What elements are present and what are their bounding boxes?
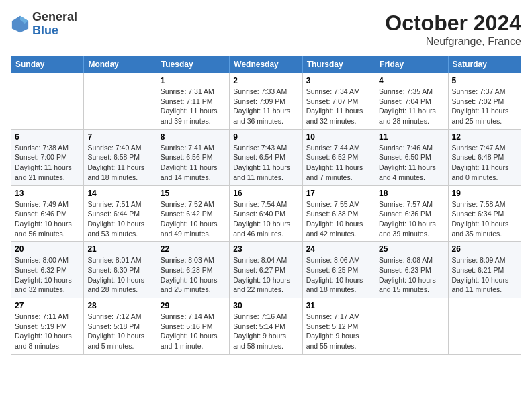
day-detail: Sunrise: 7:55 AM Sunset: 6:38 PM Dayligh… — [306, 199, 371, 239]
calendar-cell: 18Sunrise: 7:57 AM Sunset: 6:36 PM Dayli… — [375, 185, 448, 242]
day-detail: Sunrise: 8:08 AM Sunset: 6:23 PM Dayligh… — [379, 255, 444, 295]
day-number: 24 — [306, 244, 371, 254]
day-detail: Sunrise: 7:38 AM Sunset: 7:00 PM Dayligh… — [15, 143, 80, 183]
day-number: 5 — [452, 76, 517, 85]
day-number: 31 — [306, 301, 371, 310]
calendar-cell: 8Sunrise: 7:41 AM Sunset: 6:56 PM Daylig… — [157, 129, 229, 185]
calendar-cell: 17Sunrise: 7:55 AM Sunset: 6:38 PM Dayli… — [302, 185, 375, 242]
day-number: 10 — [306, 132, 371, 142]
calendar-cell: 21Sunrise: 8:01 AM Sunset: 6:30 PM Dayli… — [84, 242, 157, 298]
day-detail: Sunrise: 7:40 AM Sunset: 6:58 PM Dayligh… — [87, 143, 152, 183]
day-number: 4 — [379, 76, 444, 85]
logo-text: General Blue — [32, 11, 77, 38]
weekday-header: Tuesday — [157, 56, 229, 73]
calendar-cell: 20Sunrise: 8:00 AM Sunset: 6:32 PM Dayli… — [11, 242, 84, 298]
calendar-cell: 23Sunrise: 8:04 AM Sunset: 6:27 PM Dayli… — [230, 242, 302, 298]
day-detail: Sunrise: 7:44 AM Sunset: 6:52 PM Dayligh… — [306, 143, 371, 183]
day-number: 21 — [87, 244, 152, 254]
day-detail: Sunrise: 7:16 AM Sunset: 5:14 PM Dayligh… — [233, 312, 298, 351]
calendar-week-row: 13Sunrise: 7:49 AM Sunset: 6:46 PM Dayli… — [11, 185, 521, 242]
day-number: 30 — [233, 301, 298, 310]
day-number: 25 — [379, 244, 444, 254]
day-number: 16 — [233, 189, 298, 198]
day-number: 20 — [15, 244, 80, 254]
day-detail: Sunrise: 7:57 AM Sunset: 6:36 PM Dayligh… — [379, 199, 444, 239]
day-detail: Sunrise: 7:52 AM Sunset: 6:42 PM Dayligh… — [161, 199, 226, 239]
logo-icon — [11, 15, 30, 34]
day-detail: Sunrise: 8:03 AM Sunset: 6:28 PM Dayligh… — [161, 255, 226, 295]
day-detail: Sunrise: 7:46 AM Sunset: 6:50 PM Dayligh… — [379, 143, 444, 183]
day-number: 9 — [233, 132, 298, 142]
page-header: General Blue October 2024 Neufgrange, Fr… — [11, 11, 521, 48]
day-detail: Sunrise: 8:04 AM Sunset: 6:27 PM Dayligh… — [233, 255, 298, 295]
calendar-header-row: SundayMondayTuesdayWednesdayThursdayFrid… — [11, 56, 521, 73]
logo-blue-text: Blue — [32, 24, 77, 38]
day-number: 27 — [15, 301, 80, 310]
day-detail: Sunrise: 7:43 AM Sunset: 6:54 PM Dayligh… — [233, 143, 298, 183]
location-title: Neufgrange, France — [385, 36, 521, 48]
calendar-cell: 30Sunrise: 7:16 AM Sunset: 5:14 PM Dayli… — [230, 298, 302, 355]
calendar-cell: 29Sunrise: 7:14 AM Sunset: 5:16 PM Dayli… — [157, 298, 229, 355]
calendar-table: SundayMondayTuesdayWednesdayThursdayFrid… — [11, 56, 521, 355]
day-number: 7 — [87, 132, 152, 142]
calendar-cell: 12Sunrise: 7:47 AM Sunset: 6:48 PM Dayli… — [448, 129, 521, 185]
calendar-cell: 15Sunrise: 7:52 AM Sunset: 6:42 PM Dayli… — [157, 185, 229, 242]
day-number: 11 — [379, 132, 444, 142]
day-detail: Sunrise: 7:31 AM Sunset: 7:11 PM Dayligh… — [161, 87, 226, 126]
day-number: 3 — [306, 76, 371, 85]
calendar-cell: 11Sunrise: 7:46 AM Sunset: 6:50 PM Dayli… — [375, 129, 448, 185]
calendar-cell: 19Sunrise: 7:58 AM Sunset: 6:34 PM Dayli… — [448, 185, 521, 242]
day-number: 15 — [161, 189, 226, 198]
weekday-header: Monday — [84, 56, 157, 73]
calendar-cell: 6Sunrise: 7:38 AM Sunset: 7:00 PM Daylig… — [11, 129, 84, 185]
calendar-cell: 28Sunrise: 7:12 AM Sunset: 5:18 PM Dayli… — [84, 298, 157, 355]
day-detail: Sunrise: 7:17 AM Sunset: 5:12 PM Dayligh… — [306, 312, 371, 351]
calendar-cell: 10Sunrise: 7:44 AM Sunset: 6:52 PM Dayli… — [302, 129, 375, 185]
month-title: October 2024 — [385, 11, 521, 36]
day-detail: Sunrise: 7:41 AM Sunset: 6:56 PM Dayligh… — [161, 143, 226, 183]
day-detail: Sunrise: 8:00 AM Sunset: 6:32 PM Dayligh… — [15, 255, 80, 295]
calendar-cell: 25Sunrise: 8:08 AM Sunset: 6:23 PM Dayli… — [375, 242, 448, 298]
day-number: 28 — [87, 301, 152, 310]
calendar-cell: 1Sunrise: 7:31 AM Sunset: 7:11 PM Daylig… — [157, 73, 229, 130]
calendar-week-row: 20Sunrise: 8:00 AM Sunset: 6:32 PM Dayli… — [11, 242, 521, 298]
day-number: 8 — [161, 132, 226, 142]
calendar-cell: 2Sunrise: 7:33 AM Sunset: 7:09 PM Daylig… — [230, 73, 302, 130]
calendar-week-row: 1Sunrise: 7:31 AM Sunset: 7:11 PM Daylig… — [11, 73, 521, 130]
calendar-cell: 14Sunrise: 7:51 AM Sunset: 6:44 PM Dayli… — [84, 185, 157, 242]
weekday-header: Wednesday — [230, 56, 302, 73]
calendar-cell — [84, 73, 157, 130]
weekday-header: Friday — [375, 56, 448, 73]
day-detail: Sunrise: 8:01 AM Sunset: 6:30 PM Dayligh… — [87, 255, 152, 295]
day-number: 18 — [379, 189, 444, 198]
day-number: 23 — [233, 244, 298, 254]
day-detail: Sunrise: 7:33 AM Sunset: 7:09 PM Dayligh… — [233, 87, 298, 126]
calendar-cell: 7Sunrise: 7:40 AM Sunset: 6:58 PM Daylig… — [84, 129, 157, 185]
day-number: 6 — [15, 132, 80, 142]
day-detail: Sunrise: 7:12 AM Sunset: 5:18 PM Dayligh… — [87, 312, 152, 351]
calendar-cell: 24Sunrise: 8:06 AM Sunset: 6:25 PM Dayli… — [302, 242, 375, 298]
calendar-cell: 31Sunrise: 7:17 AM Sunset: 5:12 PM Dayli… — [302, 298, 375, 355]
day-number: 17 — [306, 189, 371, 198]
day-number: 22 — [161, 244, 226, 254]
calendar-cell: 9Sunrise: 7:43 AM Sunset: 6:54 PM Daylig… — [230, 129, 302, 185]
calendar-cell — [448, 298, 521, 355]
calendar-cell — [375, 298, 448, 355]
day-number: 2 — [233, 76, 298, 85]
day-number: 19 — [452, 189, 517, 198]
day-detail: Sunrise: 7:37 AM Sunset: 7:02 PM Dayligh… — [452, 87, 517, 126]
day-detail: Sunrise: 7:49 AM Sunset: 6:46 PM Dayligh… — [15, 199, 80, 239]
day-detail: Sunrise: 7:14 AM Sunset: 5:16 PM Dayligh… — [161, 312, 226, 351]
calendar-cell: 13Sunrise: 7:49 AM Sunset: 6:46 PM Dayli… — [11, 185, 84, 242]
day-number: 14 — [87, 189, 152, 198]
calendar-cell — [11, 73, 84, 130]
calendar-cell: 16Sunrise: 7:54 AM Sunset: 6:40 PM Dayli… — [230, 185, 302, 242]
day-detail: Sunrise: 8:06 AM Sunset: 6:25 PM Dayligh… — [306, 255, 371, 295]
logo-general-text: General — [32, 11, 77, 24]
calendar-cell: 5Sunrise: 7:37 AM Sunset: 7:02 PM Daylig… — [448, 73, 521, 130]
day-number: 26 — [452, 244, 517, 254]
weekday-header: Saturday — [448, 56, 521, 73]
day-detail: Sunrise: 7:11 AM Sunset: 5:19 PM Dayligh… — [15, 312, 80, 351]
logo: General Blue — [11, 11, 77, 38]
day-detail: Sunrise: 7:58 AM Sunset: 6:34 PM Dayligh… — [452, 199, 517, 239]
